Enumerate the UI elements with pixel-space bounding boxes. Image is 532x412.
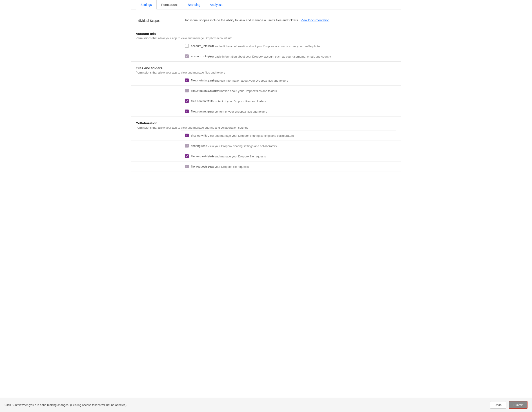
checkbox-account_info_read[interactable]: ✓ (185, 54, 189, 58)
permission-name-sharing_write: sharing.write (191, 134, 208, 137)
permission-description-files_content_read: View content of your Dropbox files and f… (208, 109, 396, 113)
checkbox-file_requests_read[interactable]: ✓ (185, 165, 189, 168)
permission-description-account_info_read: View basic information about your Dropbo… (208, 54, 396, 58)
permission-left-files_content_write: ✓ files.content.write (136, 99, 208, 103)
permission-item-sharing_write: ✓ sharing.write View and manage your Dro… (131, 130, 401, 141)
view-documentation-link[interactable]: View Documentation (301, 19, 329, 22)
permission-description-sharing_write: View and manage your Dropbox sharing set… (208, 134, 396, 137)
group-title-files-folders: Files and folders (136, 66, 396, 70)
permission-item-files_content_read: ✓ files.content.read View content of you… (131, 106, 401, 117)
permission-description-account_info_write: View and edit basic information about yo… (208, 44, 396, 48)
permission-left-files_content_read: ✓ files.content.read (136, 109, 208, 113)
permission-item-file_requests_write: ✓ file_requests.write View and manage yo… (131, 151, 401, 161)
permission-left-files_metadata_read: ✓ files.metadata.read (136, 89, 208, 92)
checkbox-file_requests_write[interactable]: ✓ (185, 154, 189, 158)
tab-permissions[interactable]: Permissions (157, 0, 183, 10)
tab-branding[interactable]: Branding (183, 0, 205, 10)
permission-description-files_content_write: Edit content of your Dropbox files and f… (208, 99, 396, 103)
permission-item-account_info_write: account_info.write View and edit basic i… (131, 41, 401, 51)
permission-item-files_metadata_write: ✓ files.metadata.write View and edit inf… (131, 75, 401, 86)
tabs-bar: Settings Permissions Branding Analytics (131, 0, 401, 10)
permission-description-files_metadata_write: View and edit information about your Dro… (208, 78, 396, 82)
individual-scopes-section: Individual Scopes Individual scopes incl… (131, 14, 401, 27)
permission-item-sharing_read: ✓ sharing.read View your Dropbox sharing… (131, 141, 401, 151)
permission-item-files_content_write: ✓ files.content.write Edit content of yo… (131, 96, 401, 106)
tab-analytics[interactable]: Analytics (205, 0, 227, 10)
individual-scopes-content: Individual scopes include the ability to… (185, 19, 396, 22)
permission-description-files_metadata_read: View information about your Dropbox file… (208, 89, 396, 93)
tab-settings[interactable]: Settings (136, 0, 157, 10)
permission-left-sharing_read: ✓ sharing.read (136, 144, 208, 147)
checkbox-files_content_write[interactable]: ✓ (185, 99, 189, 103)
group-title-account-info: Account Info (136, 32, 396, 36)
checkbox-files_content_read[interactable]: ✓ (185, 109, 189, 113)
group-header-files-folders: Files and folders Permissions that allow… (131, 62, 401, 75)
permission-left-file_requests_write: ✓ file_requests.write (136, 154, 208, 158)
group-subtitle-account-info: Permissions that allow your app to view … (136, 36, 396, 40)
checkbox-files_metadata_read[interactable]: ✓ (185, 89, 189, 92)
content-area: Individual Scopes Individual scopes incl… (131, 10, 401, 176)
permission-item-files_metadata_read: ✓ files.metadata.read View information a… (131, 86, 401, 96)
checkbox-sharing_write[interactable]: ✓ (185, 134, 189, 137)
permission-description-sharing_read: View your Dropbox sharing settings and c… (208, 144, 396, 148)
permission-left-account_info_read: ✓ account_info.read (136, 54, 208, 58)
group-title-collaboration: Collaboration (136, 121, 396, 125)
checkbox-sharing_read[interactable]: ✓ (185, 144, 189, 147)
permission-left-sharing_write: ✓ sharing.write (136, 134, 208, 137)
permission-item-account_info_read: ✓ account_info.read View basic informati… (131, 51, 401, 62)
permission-left-files_metadata_write: ✓ files.metadata.write (136, 78, 208, 82)
group-subtitle-collaboration: Permissions that allow your app to view … (136, 126, 396, 129)
group-header-collaboration: Collaboration Permissions that allow you… (131, 117, 401, 130)
individual-scopes-label: Individual Scopes (136, 19, 185, 22)
group-subtitle-files-folders: Permissions that allow your app to view … (136, 71, 396, 74)
permission-groups: Account Info Permissions that allow your… (131, 27, 401, 172)
permission-description-file_requests_write: View and manage your Dropbox file reques… (208, 154, 396, 158)
individual-scopes-description: Individual scopes include the ability to… (185, 19, 299, 22)
permission-left-account_info_write: account_info.write (136, 44, 208, 48)
permission-left-file_requests_read: ✓ file_requests.read (136, 165, 208, 168)
checkbox-files_metadata_write[interactable]: ✓ (185, 78, 189, 82)
permission-description-file_requests_read: View your Dropbox file requests (208, 165, 396, 168)
permission-item-file_requests_read: ✓ file_requests.read View your Dropbox f… (131, 161, 401, 172)
group-header-account-info: Account Info Permissions that allow your… (131, 27, 401, 41)
checkbox-account_info_write[interactable] (185, 44, 189, 48)
permission-name-sharing_read: sharing.read (191, 144, 207, 147)
